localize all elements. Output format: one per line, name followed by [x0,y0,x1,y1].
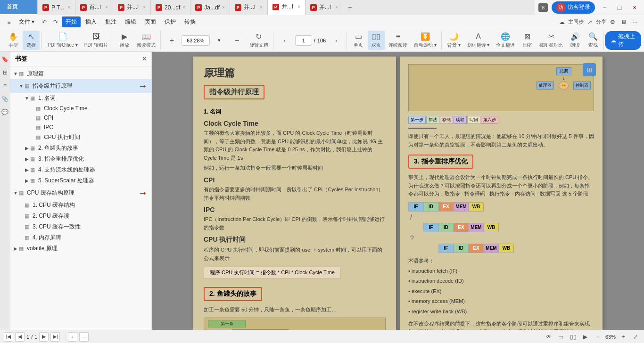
find-button[interactable]: 🔍 查找 [585,31,602,50]
tree-item-cct[interactable]: ▦ Clock Cycle Time [10,104,151,113]
tree-item-ilp[interactable]: ▼ ▦ 指令级并行原理 → [10,79,151,93]
menu-protect[interactable]: 保护 [161,16,180,27]
tree-item-volatile[interactable]: ▶ ▦ volatile 原理 [10,243,151,254]
bottom-zoom-out-icon[interactable]: − [593,332,603,342]
cloud-upload-button[interactable]: ☁ 拖拽上传 [605,31,641,50]
monitor-icon[interactable]: 🖥 [619,17,629,27]
settings-icon[interactable]: ⚙ [607,17,618,27]
attachment-icon[interactable]: 📎 [0,94,10,104]
prev-page-button[interactable]: ‹ [276,36,293,45]
bottom-single-icon[interactable]: ▭ [556,332,566,342]
undo-button[interactable]: ↶ [39,17,50,27]
screenshot-button[interactable]: ✂ 截图和对比 [537,31,566,50]
single-page-button[interactable]: ▭ 单页 [350,31,367,50]
menu-page[interactable]: 页面 [141,16,160,27]
tree-item-cache-consistency[interactable]: ▦ 3. CPU 缓存一致性 [10,221,151,232]
tab-4[interactable]: P 20...df × [151,0,190,15]
login-button[interactable]: 访 访客登录 [552,1,595,14]
tab-6-close[interactable]: × [260,5,263,10]
hand-tool-button[interactable]: ✋ 手型 [5,31,22,50]
tab-4-close[interactable]: × [182,5,185,10]
background-button[interactable]: 🌙 背景 ▾ [445,31,463,50]
menu-convert[interactable]: 转换 [181,16,199,27]
bottom-play-icon[interactable]: ▶ [581,332,590,342]
pdf-right-page[interactable]: 总调 ↓ 处理器 😊 控制器 第一步 加法 存储 读取 写回 [400,57,603,330]
read-aloud-button[interactable]: 🔊 朗读 [567,31,584,50]
minimize-button[interactable]: − [599,2,610,13]
tab-3[interactable]: P 并...f × [113,0,151,15]
last-page-button[interactable]: ▶| [50,332,60,342]
bookmark-panel-icon[interactable]: 🔖 [0,55,10,64]
next-page-button[interactable]: › [328,36,345,45]
zoom-out-toolbar-button[interactable]: − [229,35,246,46]
tab-8-close[interactable]: × [335,5,338,10]
tree-item-cpi[interactable]: ▦ CPI [10,113,151,122]
tab-5[interactable]: P Ja...df × [190,0,230,15]
remove-page-button[interactable]: − [79,332,89,342]
tab-2[interactable]: P 百...f × [75,0,113,15]
tree-item-yuanlipian[interactable]: ▼ ▦ 原理篇 [10,68,151,79]
read-mode-button[interactable]: 📖 阅读模式 [134,31,158,50]
menu-edit[interactable]: 编辑 [121,16,140,27]
full-translate-button[interactable]: 🌐 全文翻译 [493,31,518,50]
play-button[interactable]: ▶ 播放 [116,31,133,50]
bottom-double-icon[interactable]: ▯▯ [569,332,578,342]
tab-5-close[interactable]: × [222,5,225,10]
prev-page-btn[interactable]: ◀ [15,332,25,342]
next-page-btn[interactable]: ▶ [39,332,49,342]
tab-1-close[interactable]: × [67,5,70,10]
tree-item-nouns[interactable]: ▼ ▦ 1. 名词 [10,93,151,104]
tree-item-reorder[interactable]: ▶ ▦ 3. 指令重排序优化 [10,154,151,164]
translate-button[interactable]: A 划词翻译 ▾ [464,31,493,50]
tree-item-superscalar[interactable]: ▶ ▦ 5. SuperScalar 处理器 [10,175,151,186]
sync-label[interactable]: 主同步 [568,18,584,25]
bottom-eye-icon[interactable]: 👁 [544,332,553,342]
tree-item-cpu-time[interactable]: ▦ CPU 执行时间 [10,132,151,143]
menu-start[interactable]: 开始 [62,16,81,27]
tree-item-mem-barrier[interactable]: ▦ 4. 内存屏障 [10,232,151,243]
double-page-button[interactable]: ▯▯ 双页 [368,31,385,50]
tab-1[interactable]: P P T... × [38,0,75,15]
more-icon[interactable]: ⋯ [630,17,640,27]
add-page-button[interactable]: + [68,332,77,342]
tab-7[interactable]: P 并...f × [268,0,305,15]
sidebar-close-button[interactable]: × [142,55,147,63]
zoom-dropdown-button[interactable]: ▾ [211,36,228,45]
share-label[interactable]: 分享 [596,18,606,25]
tree-item-cache-read[interactable]: ▦ 2. CPU 缓存读 [10,211,151,221]
menu-annotate[interactable]: 批注 [101,16,120,27]
cloud-icon[interactable]: ☁ [557,17,567,27]
tree-item-ipc[interactable]: ▦ IPC [10,122,151,132]
pdf-to-img-button[interactable]: 🖼 PDF转图片 [82,31,111,50]
tree-item-pipeline[interactable]: ▶ ▦ 4. 支持流水线的处理器 [10,164,151,175]
maximize-button[interactable]: □ [614,2,625,13]
first-page-button[interactable]: |◀ [4,332,13,342]
continuous-button[interactable]: ≡ 连续阅读 [386,31,410,50]
tab-home[interactable]: 首页 [0,0,38,15]
pdf-to-office-button[interactable]: 📄 PDF转Office ▾ [45,31,81,50]
tab-6[interactable]: P 并...f × [230,0,268,15]
bottom-expand-icon[interactable]: ⤢ [631,332,640,342]
zoom-in-toolbar-button[interactable]: + [164,35,181,46]
corner-map-button[interactable]: ⊞ [583,63,596,76]
tree-item-fish[interactable]: ▶ ▦ 2. 鱼罐头的故事 [10,143,151,154]
rotate-button[interactable]: ↻ 旋转文档 [247,31,271,50]
pdf-left-page[interactable]: 原理篇 指令级并行原理 1. 名词 Clock Cycle Time 主频的概念… [193,57,396,330]
compress-button[interactable]: ⊠ 压缩 [519,31,536,50]
tab-8[interactable]: P 并...f × [305,0,343,15]
tab-2-close[interactable]: × [105,5,108,10]
layers-icon[interactable]: ≡ [0,81,10,90]
menu-insert[interactable]: 插入 [82,16,100,27]
menu-file[interactable]: 文件 ▾ [15,16,38,27]
tree-item-cache-struct[interactable]: ▦ 1. CPU 缓存结构 [10,200,151,211]
menu-toggle[interactable]: ≡ [4,17,14,27]
comment-icon[interactable]: 💬 [0,107,10,117]
select-tool-button[interactable]: ↖ 选择 [23,31,40,50]
close-button[interactable]: × [629,2,640,13]
share-icon[interactable]: ↗ [585,17,595,27]
tab-3-close[interactable]: × [143,5,146,10]
tree-item-cache[interactable]: ▼ ▦ CPU 缓存结构原理 → [10,186,151,200]
auto-scroll-button[interactable]: ⏬ 自动滚动 ▾ [411,31,439,50]
page-input[interactable] [295,35,312,46]
thumbnail-icon[interactable]: ⊞ [0,68,10,77]
